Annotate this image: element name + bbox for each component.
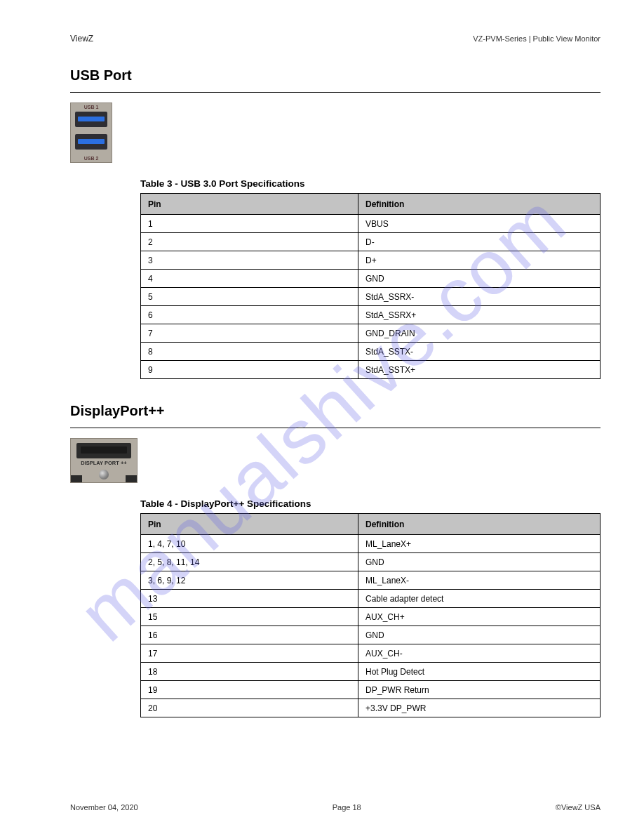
footer-page: Page 18 (333, 803, 361, 812)
table-cell: 13 (141, 590, 358, 608)
table-row: 17AUX_CH- (141, 644, 601, 663)
usb-port-1-icon (75, 112, 107, 127)
table-cell: Hot Plug Detect (358, 663, 601, 681)
table-row: 6StdA_SSRX+ (141, 306, 601, 324)
bracket-left-icon (71, 475, 82, 482)
section-title: DisplayPort++ (70, 403, 601, 419)
table-cell: 2 (141, 233, 358, 251)
table-cell: VBUS (358, 215, 601, 233)
bracket-right-icon (126, 475, 137, 482)
table-cell: 20 (141, 699, 358, 717)
table-cell: 16 (141, 626, 358, 644)
table-row: 18Hot Plug Detect (141, 663, 601, 681)
screw-icon (99, 470, 109, 479)
table-row: 8StdA_SSTX- (141, 343, 601, 361)
brand: ViewZ (70, 34, 93, 44)
table-cell: 7 (141, 324, 358, 343)
table-cell: 3, 6, 9, 12 (141, 571, 358, 590)
usb-table-body: 1VBUS2D-3D+4GND5StdA_SSRX-6StdA_SSRX+7GN… (141, 215, 601, 379)
table-row: 2D- (141, 233, 601, 251)
table-row: 20+3.3V DP_PWR (141, 699, 601, 717)
table-cell: 9 (141, 361, 358, 379)
table-cell: 8 (141, 343, 358, 361)
table-cell: ML_LaneX+ (358, 535, 601, 553)
table-cell: +3.3V DP_PWR (358, 699, 601, 717)
table-cell: StdA_SSRX- (358, 288, 601, 306)
table-cell: StdA_SSTX- (358, 343, 601, 361)
table-cell: 17 (141, 644, 358, 663)
table-block: Table 3 - USB 3.0 Port Specifications Pi… (140, 178, 601, 379)
table-cell: 6 (141, 306, 358, 324)
table-row: 2, 5, 8, 11, 14GND (141, 553, 601, 571)
table-header-row: Pin Definition (141, 194, 601, 215)
col-pin: Pin (141, 514, 358, 535)
section-displayport: DisplayPort++ DISPLAY PORT ++ Table 4 - … (70, 403, 601, 717)
col-pin: Pin (141, 194, 358, 215)
table-cell: AUX_CH- (358, 644, 601, 663)
table-cell: 1, 4, 7, 10 (141, 535, 358, 553)
usb-label-bottom: USB 2 (71, 156, 112, 161)
doc-reference: VZ-PVM-Series | Public View Monitor (473, 34, 601, 43)
usb-port-photo: USB 1 USB 2 (70, 102, 112, 163)
table-row: 1, 4, 7, 10ML_LaneX+ (141, 535, 601, 553)
dp-table-body: 1, 4, 7, 10ML_LaneX+2, 5, 8, 11, 14GND3,… (141, 535, 601, 717)
table-row: 15AUX_CH+ (141, 608, 601, 626)
section-rule (70, 92, 601, 93)
table-block: Table 4 - DisplayPort++ Specifications P… (140, 498, 601, 717)
col-definition: Definition (358, 514, 601, 535)
table-cell: ML_LaneX- (358, 571, 601, 590)
table-cell: 1 (141, 215, 358, 233)
page: ViewZ VZ-PVM-Series | Public View Monito… (0, 0, 644, 834)
usb-spec-table: Pin Definition 1VBUS2D-3D+4GND5StdA_SSRX… (140, 193, 601, 379)
table-cell: D+ (358, 251, 601, 270)
displayport-connector-icon (76, 443, 131, 458)
usb-port-2-icon (75, 134, 107, 150)
table-header-row: Pin Definition (141, 514, 601, 535)
table-cell: GND (358, 270, 601, 288)
footer-date: November 04, 2020 (70, 803, 138, 812)
displayport-label: DISPLAY PORT ++ (71, 460, 137, 466)
table-cell: StdA_SSRX+ (358, 306, 601, 324)
table-row: 16GND (141, 626, 601, 644)
table-row: 5StdA_SSRX- (141, 288, 601, 306)
page-footer: November 04, 2020 Page 18 ©ViewZ USA (70, 803, 601, 812)
table-cell: DP_PWR Return (358, 681, 601, 699)
table-cell: 4 (141, 270, 358, 288)
table-cell: D- (358, 233, 601, 251)
table-row: 4GND (141, 270, 601, 288)
dp-spec-table: Pin Definition 1, 4, 7, 10ML_LaneX+2, 5,… (140, 513, 601, 717)
page-header: ViewZ VZ-PVM-Series | Public View Monito… (70, 34, 601, 44)
table-row: 1VBUS (141, 215, 601, 233)
table-cell: 15 (141, 608, 358, 626)
table-cell: 3 (141, 251, 358, 270)
col-definition: Definition (358, 194, 601, 215)
table-cell: Cable adapter detect (358, 590, 601, 608)
table-cell: GND (358, 626, 601, 644)
table-cell: GND_DRAIN (358, 324, 601, 343)
usb-label-top: USB 1 (71, 105, 112, 110)
table-cell: GND (358, 553, 601, 571)
table-cell: AUX_CH+ (358, 608, 601, 626)
table-row: 7GND_DRAIN (141, 324, 601, 343)
section-title: USB Port (70, 67, 601, 84)
table-row: 19DP_PWR Return (141, 681, 601, 699)
table-row: 9StdA_SSTX+ (141, 361, 601, 379)
footer-copyright: ©ViewZ USA (556, 803, 601, 812)
table-cell: 18 (141, 663, 358, 681)
table-cell: 2, 5, 8, 11, 14 (141, 553, 358, 571)
table-row: 3, 6, 9, 12ML_LaneX- (141, 571, 601, 590)
table-caption: Table 4 - DisplayPort++ Specifications (140, 498, 601, 509)
table-row: 3D+ (141, 251, 601, 270)
table-cell: 19 (141, 681, 358, 699)
section-usb: USB Port USB 1 USB 2 Table 3 - USB 3.0 P… (70, 67, 601, 379)
displayport-photo: DISPLAY PORT ++ (70, 438, 137, 483)
table-cell: 5 (141, 288, 358, 306)
table-caption: Table 3 - USB 3.0 Port Specifications (140, 178, 601, 189)
table-cell: StdA_SSTX+ (358, 361, 601, 379)
table-row: 13Cable adapter detect (141, 590, 601, 608)
section-rule (70, 428, 601, 428)
